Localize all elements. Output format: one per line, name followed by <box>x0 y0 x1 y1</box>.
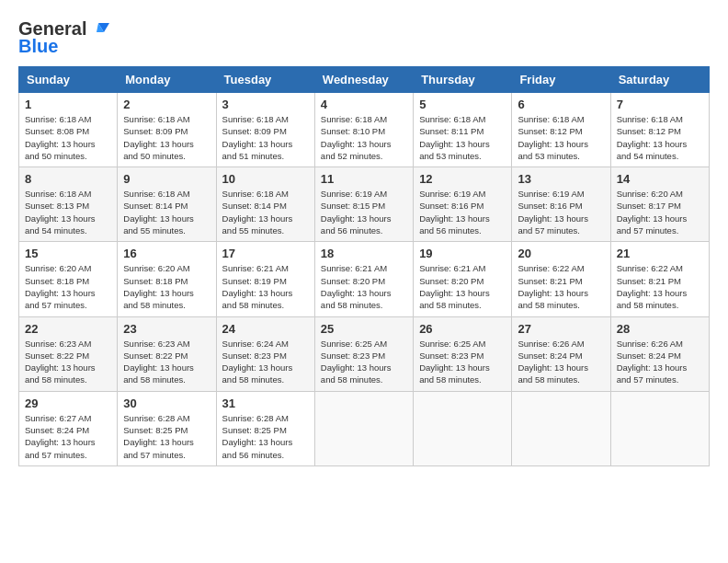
calendar-cell: 13Sunrise: 6:19 AMSunset: 8:16 PMDayligh… <box>512 167 610 242</box>
day-header-wednesday: Wednesday <box>314 67 413 93</box>
cell-details: Sunrise: 6:23 AMSunset: 8:22 PMDaylight:… <box>123 338 210 386</box>
day-number: 25 <box>321 322 407 336</box>
day-header-saturday: Saturday <box>610 67 709 93</box>
cell-details: Sunrise: 6:28 AMSunset: 8:25 PMDaylight:… <box>123 412 210 461</box>
cell-details: Sunrise: 6:18 AMSunset: 8:12 PMDaylight:… <box>617 113 703 162</box>
calendar-cell: 20Sunrise: 6:22 AMSunset: 8:21 PMDayligh… <box>512 242 610 316</box>
page-header: General Blue <box>18 18 710 57</box>
cell-details: Sunrise: 6:18 AMSunset: 8:10 PMDaylight:… <box>321 113 407 162</box>
day-number: 5 <box>419 98 506 111</box>
cell-details: Sunrise: 6:18 AMSunset: 8:09 PMDaylight:… <box>222 113 309 162</box>
calendar-cell: 29Sunrise: 6:27 AMSunset: 8:24 PMDayligh… <box>19 391 118 465</box>
cell-details: Sunrise: 6:19 AMSunset: 8:16 PMDaylight:… <box>518 188 604 236</box>
logo-blue: Blue <box>18 36 58 57</box>
calendar-week-row: 15Sunrise: 6:20 AMSunset: 8:18 PMDayligh… <box>19 242 710 316</box>
day-number: 31 <box>222 396 309 410</box>
calendar-cell: 16Sunrise: 6:20 AMSunset: 8:18 PMDayligh… <box>118 242 216 316</box>
calendar-cell: 25Sunrise: 6:25 AMSunset: 8:23 PMDayligh… <box>314 316 413 391</box>
calendar-cell: 5Sunrise: 6:18 AMSunset: 8:11 PMDaylight… <box>414 93 512 167</box>
calendar-header-row: SundayMondayTuesdayWednesdayThursdayFrid… <box>19 67 710 93</box>
cell-details: Sunrise: 6:18 AMSunset: 8:14 PMDaylight:… <box>222 188 309 236</box>
calendar-cell: 15Sunrise: 6:20 AMSunset: 8:18 PMDayligh… <box>19 242 118 316</box>
day-number: 9 <box>123 172 210 186</box>
day-number: 28 <box>617 322 703 336</box>
cell-details: Sunrise: 6:27 AMSunset: 8:24 PMDaylight:… <box>25 412 111 461</box>
calendar-cell: 17Sunrise: 6:21 AMSunset: 8:19 PMDayligh… <box>216 242 314 316</box>
day-number: 2 <box>123 98 210 111</box>
day-number: 26 <box>419 322 506 336</box>
calendar-week-row: 22Sunrise: 6:23 AMSunset: 8:22 PMDayligh… <box>19 316 710 391</box>
day-number: 11 <box>321 172 407 186</box>
calendar-cell: 21Sunrise: 6:22 AMSunset: 8:21 PMDayligh… <box>610 242 709 316</box>
day-number: 30 <box>123 396 210 410</box>
day-number: 29 <box>25 396 111 410</box>
calendar-cell: 10Sunrise: 6:18 AMSunset: 8:14 PMDayligh… <box>216 167 314 242</box>
day-number: 18 <box>321 247 407 260</box>
cell-details: Sunrise: 6:18 AMSunset: 8:13 PMDaylight:… <box>25 188 111 236</box>
day-number: 1 <box>25 98 111 111</box>
cell-details: Sunrise: 6:19 AMSunset: 8:16 PMDaylight:… <box>419 188 506 236</box>
cell-details: Sunrise: 6:28 AMSunset: 8:25 PMDaylight:… <box>222 412 309 461</box>
cell-details: Sunrise: 6:19 AMSunset: 8:15 PMDaylight:… <box>321 188 407 236</box>
calendar-table: SundayMondayTuesdayWednesdayThursdayFrid… <box>18 66 710 466</box>
cell-details: Sunrise: 6:21 AMSunset: 8:19 PMDaylight:… <box>222 262 309 311</box>
calendar-cell: 7Sunrise: 6:18 AMSunset: 8:12 PMDaylight… <box>610 93 709 167</box>
calendar-cell: 30Sunrise: 6:28 AMSunset: 8:25 PMDayligh… <box>118 391 216 465</box>
calendar-cell: 31Sunrise: 6:28 AMSunset: 8:25 PMDayligh… <box>216 391 314 465</box>
day-number: 16 <box>123 247 210 260</box>
calendar-cell: 8Sunrise: 6:18 AMSunset: 8:13 PMDaylight… <box>19 167 118 242</box>
calendar-cell <box>414 391 512 465</box>
cell-details: Sunrise: 6:23 AMSunset: 8:22 PMDaylight:… <box>25 338 111 386</box>
logo: General Blue <box>18 18 109 57</box>
calendar-cell: 26Sunrise: 6:25 AMSunset: 8:23 PMDayligh… <box>414 316 512 391</box>
calendar-cell: 9Sunrise: 6:18 AMSunset: 8:14 PMDaylight… <box>118 167 216 242</box>
calendar-cell: 18Sunrise: 6:21 AMSunset: 8:20 PMDayligh… <box>314 242 413 316</box>
cell-details: Sunrise: 6:25 AMSunset: 8:23 PMDaylight:… <box>321 338 407 386</box>
calendar-cell: 27Sunrise: 6:26 AMSunset: 8:24 PMDayligh… <box>512 316 610 391</box>
day-header-monday: Monday <box>118 67 216 93</box>
calendar-cell: 24Sunrise: 6:24 AMSunset: 8:23 PMDayligh… <box>216 316 314 391</box>
calendar-week-row: 1Sunrise: 6:18 AMSunset: 8:08 PMDaylight… <box>19 93 710 167</box>
cell-details: Sunrise: 6:18 AMSunset: 8:08 PMDaylight:… <box>25 113 111 162</box>
calendar-cell: 14Sunrise: 6:20 AMSunset: 8:17 PMDayligh… <box>610 167 709 242</box>
calendar-week-row: 29Sunrise: 6:27 AMSunset: 8:24 PMDayligh… <box>19 391 710 465</box>
calendar-cell: 3Sunrise: 6:18 AMSunset: 8:09 PMDaylight… <box>216 93 314 167</box>
day-number: 24 <box>222 322 309 336</box>
calendar-cell <box>610 391 709 465</box>
cell-details: Sunrise: 6:22 AMSunset: 8:21 PMDaylight:… <box>518 262 604 311</box>
calendar-cell: 22Sunrise: 6:23 AMSunset: 8:22 PMDayligh… <box>19 316 118 391</box>
cell-details: Sunrise: 6:26 AMSunset: 8:24 PMDaylight:… <box>518 338 604 386</box>
calendar-cell: 1Sunrise: 6:18 AMSunset: 8:08 PMDaylight… <box>19 93 118 167</box>
day-number: 8 <box>25 172 111 186</box>
calendar-cell: 11Sunrise: 6:19 AMSunset: 8:15 PMDayligh… <box>314 167 413 242</box>
cell-details: Sunrise: 6:20 AMSunset: 8:18 PMDaylight:… <box>123 262 210 311</box>
day-number: 12 <box>419 172 506 186</box>
calendar-cell: 28Sunrise: 6:26 AMSunset: 8:24 PMDayligh… <box>610 316 709 391</box>
day-number: 3 <box>222 98 309 111</box>
logo-bird-icon <box>89 19 109 40</box>
day-number: 7 <box>617 98 703 111</box>
calendar-cell <box>314 391 413 465</box>
cell-details: Sunrise: 6:25 AMSunset: 8:23 PMDaylight:… <box>419 338 506 386</box>
calendar-week-row: 8Sunrise: 6:18 AMSunset: 8:13 PMDaylight… <box>19 167 710 242</box>
cell-details: Sunrise: 6:21 AMSunset: 8:20 PMDaylight:… <box>321 262 407 311</box>
day-header-thursday: Thursday <box>414 67 512 93</box>
calendar-cell: 4Sunrise: 6:18 AMSunset: 8:10 PMDaylight… <box>314 93 413 167</box>
day-number: 27 <box>518 322 604 336</box>
cell-details: Sunrise: 6:18 AMSunset: 8:12 PMDaylight:… <box>518 113 604 162</box>
cell-details: Sunrise: 6:24 AMSunset: 8:23 PMDaylight:… <box>222 338 309 386</box>
day-number: 4 <box>321 98 407 111</box>
day-number: 23 <box>123 322 210 336</box>
cell-details: Sunrise: 6:18 AMSunset: 8:09 PMDaylight:… <box>123 113 210 162</box>
cell-details: Sunrise: 6:18 AMSunset: 8:14 PMDaylight:… <box>123 188 210 236</box>
cell-details: Sunrise: 6:21 AMSunset: 8:20 PMDaylight:… <box>419 262 506 311</box>
cell-details: Sunrise: 6:26 AMSunset: 8:24 PMDaylight:… <box>617 338 703 386</box>
cell-details: Sunrise: 6:20 AMSunset: 8:17 PMDaylight:… <box>617 188 703 236</box>
day-number: 20 <box>518 247 604 260</box>
calendar-cell: 2Sunrise: 6:18 AMSunset: 8:09 PMDaylight… <box>118 93 216 167</box>
day-number: 22 <box>25 322 111 336</box>
day-header-friday: Friday <box>512 67 610 93</box>
calendar-cell: 19Sunrise: 6:21 AMSunset: 8:20 PMDayligh… <box>414 242 512 316</box>
day-number: 19 <box>419 247 506 260</box>
calendar-cell: 6Sunrise: 6:18 AMSunset: 8:12 PMDaylight… <box>512 93 610 167</box>
